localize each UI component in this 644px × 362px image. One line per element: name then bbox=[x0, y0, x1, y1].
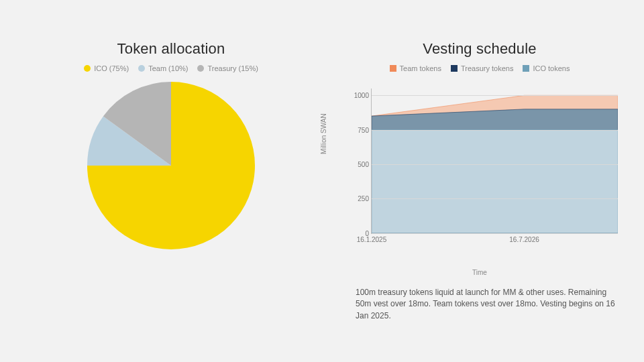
pie-legend: ICO (75%) Team (10%) Treasury (15%) bbox=[84, 64, 258, 72]
y-tick-label: 250 bbox=[358, 195, 369, 202]
gridline bbox=[372, 233, 618, 234]
vesting-caption: 100m treasury tokens liquid at launch fo… bbox=[356, 287, 624, 322]
legend-item: Team tokens bbox=[390, 64, 441, 72]
token-allocation-chart: Token allocation ICO (75%) Team (10%) Tr… bbox=[27, 40, 315, 322]
legend-label: ICO (75%) bbox=[94, 64, 129, 72]
legend-chip-icon bbox=[390, 65, 396, 72]
legend-item: Treasury (15%) bbox=[197, 64, 258, 72]
plot-region: 0250500750100016.1.202516.7.2026 bbox=[371, 88, 618, 234]
x-tick-label: 16.1.2025 bbox=[357, 236, 387, 243]
legend-chip-icon bbox=[138, 65, 145, 72]
legend-chip-icon bbox=[197, 65, 204, 72]
gridline bbox=[372, 164, 618, 165]
legend-label: Team (10%) bbox=[148, 64, 188, 72]
legend-label: ICO tokens bbox=[533, 64, 570, 72]
pie-plot bbox=[87, 82, 255, 249]
y-axis-label: Million SWAN bbox=[320, 114, 327, 155]
gridline bbox=[372, 95, 618, 96]
legend-item: Team (10%) bbox=[138, 64, 188, 72]
legend-label: Treasury (15%) bbox=[207, 64, 258, 72]
area-series bbox=[372, 130, 618, 233]
y-tick-label: 750 bbox=[358, 126, 369, 133]
gridline bbox=[372, 130, 618, 131]
y-tick-label: 1000 bbox=[354, 92, 369, 99]
legend-item: ICO tokens bbox=[523, 64, 570, 72]
gridline bbox=[372, 198, 618, 199]
vesting-schedule-chart: Vesting schedule Team tokens Treasury to… bbox=[335, 40, 624, 322]
legend-label: Team tokens bbox=[400, 64, 441, 72]
area-legend: Team tokens Treasury tokens ICO tokens bbox=[390, 64, 570, 72]
legend-chip-icon bbox=[84, 65, 91, 72]
legend-chip-icon bbox=[451, 65, 458, 72]
legend-item: ICO (75%) bbox=[84, 64, 129, 72]
legend-item: Treasury tokens bbox=[451, 64, 513, 72]
x-axis-label: Time bbox=[339, 269, 621, 276]
x-tick-label: 16.7.2026 bbox=[509, 236, 539, 243]
legend-label: Treasury tokens bbox=[461, 64, 513, 72]
area-svg bbox=[372, 88, 618, 233]
legend-chip-icon bbox=[523, 65, 529, 72]
area-title: Vesting schedule bbox=[423, 40, 537, 58]
area-plot: Million SWAN 0250500750100016.1.202516.7… bbox=[339, 82, 621, 254]
pie-svg bbox=[87, 82, 255, 249]
pie-title: Token allocation bbox=[117, 40, 225, 58]
y-tick-label: 500 bbox=[358, 161, 369, 168]
